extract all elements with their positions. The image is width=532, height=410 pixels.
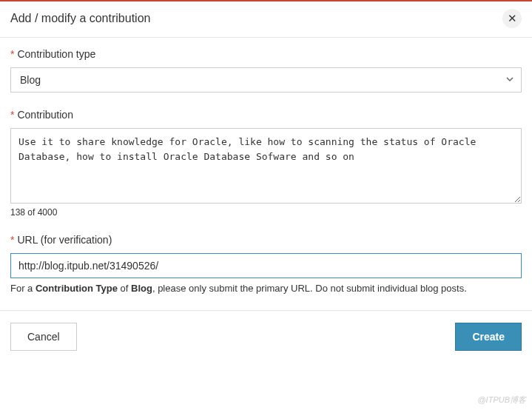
char-count: 138 of 4000: [10, 207, 522, 218]
watermark: @ITPUB博客: [477, 394, 526, 406]
create-button[interactable]: Create: [455, 323, 522, 351]
url-group: *URL (for verification) For a Contributi…: [10, 234, 522, 294]
dialog-header: Add / modify a contribution ✕: [0, 1, 532, 38]
close-button[interactable]: ✕: [502, 9, 522, 28]
url-helper-text: For a Contribution Type of Blog, please …: [10, 283, 522, 294]
url-input[interactable]: [10, 253, 522, 278]
required-star-icon: *: [10, 234, 14, 246]
cancel-button[interactable]: Cancel: [10, 323, 77, 351]
contribution-type-label: *Contribution type: [10, 48, 522, 60]
url-label: *URL (for verification): [10, 234, 522, 246]
close-icon: ✕: [508, 12, 517, 25]
contribution-label: *Contribution: [10, 109, 522, 121]
dialog-body: *Contribution type Blog *Contribution 13…: [0, 38, 532, 294]
required-star-icon: *: [10, 109, 14, 121]
dialog-footer: Cancel Create: [0, 310, 532, 363]
contribution-type-group: *Contribution type Blog: [10, 48, 522, 93]
required-star-icon: *: [10, 48, 14, 60]
contribution-type-select[interactable]: Blog: [10, 67, 522, 93]
dialog-title: Add / modify a contribution: [10, 12, 150, 25]
contribution-group: *Contribution 138 of 4000: [10, 109, 522, 218]
contribution-textarea[interactable]: [10, 128, 522, 204]
